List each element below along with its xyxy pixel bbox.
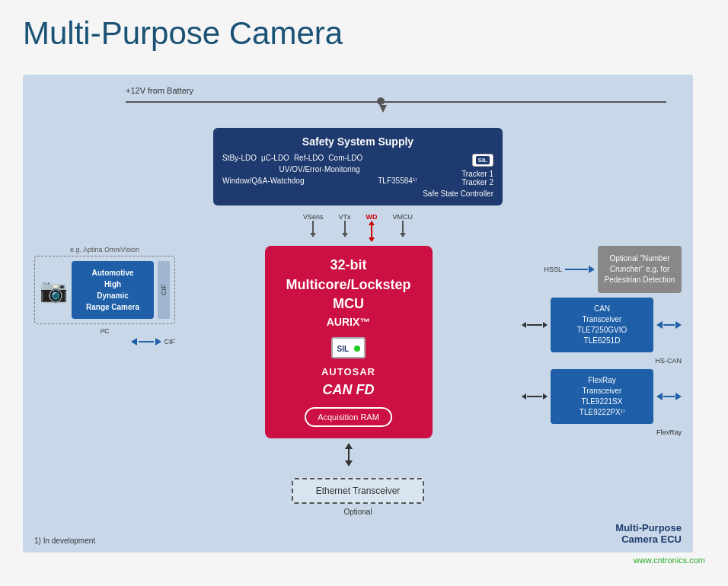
footer-row: 1) In development Multi-Purpose Camera E… (34, 522, 682, 545)
ethernet-section: Ethernet Transceiver Optional (34, 478, 682, 516)
stby-ldo-label: StBy-LDO (222, 154, 257, 162)
tracker2-label: Tracker 2 (461, 178, 493, 186)
wd-label: WD (366, 213, 378, 221)
flexray-line4: TLE9222PX¹⁾ (558, 407, 646, 418)
ethernet-optional-label: Optional (343, 508, 372, 516)
camera-line4: Range Camera (86, 303, 139, 311)
tlf-label: TLF35584¹⁾ (378, 177, 417, 185)
wd-arrow: WD (366, 213, 378, 242)
battery-label: +12V from Battery (126, 86, 193, 95)
safe-state-label: Safe State Controller (423, 189, 493, 198)
vmcu-label: VMCU (393, 213, 413, 221)
hs-can-label: HS-CAN (522, 357, 682, 365)
supply-block: Safety System Supply StBy-LDO µC-LDO Ref… (213, 128, 503, 205)
cif-label: CIF (158, 261, 170, 319)
watchdog-label: Window/Q&A-Watchdog (222, 177, 304, 185)
vsens-label: VSens (303, 213, 324, 221)
mcu-name: MCU (276, 296, 421, 313)
battery-line (126, 101, 666, 103)
camera-line3: Dynamic (97, 291, 129, 300)
mcu-eth-arrow (345, 443, 353, 467)
vsens-arrow: VSens (303, 213, 324, 237)
optional-box: Optional "Number Cruncher" e.g. for Pede… (598, 246, 682, 293)
canfd-label: CAN FD (276, 382, 421, 398)
vtx-arrow: VTx (339, 213, 351, 237)
acquisition-btn[interactable]: Acquisition RAM (305, 407, 392, 427)
camera-line1: Automotive (92, 269, 134, 277)
aptina-label: e.g. Aptina OmniVision (34, 246, 175, 253)
mcu-sil-container: SIL (331, 337, 365, 358)
ref-ldo-label: Ref-LDO (294, 154, 324, 162)
battery-area: +12V from Battery (34, 86, 682, 124)
right-blocks: HSSL Optional "Number Cruncher" e.g. for… (522, 246, 682, 467)
hssl-row: HSSL Optional "Number Cruncher" e.g. for… (522, 246, 682, 293)
supply-ldo-row: StBy-LDO µC-LDO Ref-LDO Com-LDO (222, 154, 417, 162)
right-top-section: HSSL Optional "Number Cruncher" e.g. for… (522, 246, 682, 436)
supply-sil-badge: SIL (472, 154, 493, 167)
tracker1-label: Tracker 1 (461, 170, 493, 178)
flexray-label: FlexRay (522, 428, 682, 436)
vtx-label: VTx (339, 213, 351, 221)
bidir-flexray (656, 393, 682, 400)
supply-sil-text: SIL (476, 156, 490, 164)
watermark: www.cntronics.com (23, 556, 705, 565)
vmcu-arrow: VMCU (393, 213, 413, 237)
can-line3: TLE7250GVIO (558, 325, 646, 336)
camera-mcu-arrows: CIF (34, 338, 175, 346)
can-box: CAN Transceiver TLE7250GVIO TLE6251D (551, 298, 653, 352)
flexray-line3: TLE9221SX (558, 397, 646, 407)
supply-title: Safety System Supply (222, 135, 493, 148)
ecu-label: Multi-Purpose Camera ECU (615, 522, 682, 545)
uc-ldo-label: µC-LDO (261, 154, 289, 162)
ethernet-box: Ethernet Transceiver (292, 478, 425, 504)
hssl-arrow (565, 266, 595, 273)
middle-content: e.g. Aptina OmniVision 📷 Automotive High… (34, 246, 682, 467)
mcu-sil-badge: SIL (331, 337, 365, 358)
page-title: Multi-Purpose Camera (23, 15, 705, 52)
can-row: CAN Transceiver TLE7250GVIO TLE6251D (522, 298, 682, 352)
flexray-line2: Transceiver (558, 386, 646, 397)
battery-arrow-icon (379, 105, 387, 113)
cif-connector-label: CIF (164, 338, 176, 346)
camera-area: e.g. Aptina OmniVision 📷 Automotive High… (34, 246, 175, 467)
camera-dashed-box: 📷 Automotive High Dynamic Range Camera C… (34, 256, 175, 324)
can-line2: Transceiver (558, 314, 646, 325)
flexray-arrow-left (522, 393, 548, 400)
supply-arrows-container: VSens VTx WD VMCU (34, 213, 682, 242)
mcu-brand: AURIX™ (276, 316, 421, 328)
camera-line2: High (104, 280, 121, 288)
mcu-sil-text: SIL (337, 345, 349, 353)
flexray-line1: FlexRay (558, 375, 646, 386)
uv-ov-label: UV/OV/Error-Monitoring (222, 165, 417, 174)
main-diagram: +12V from Battery Safety System Supply S… (23, 75, 693, 553)
mcu-title: 32-bit (276, 257, 421, 274)
mcu-subtitle: Multicore/Lockstep (276, 277, 421, 294)
mcu-block: 32-bit Multicore/Lockstep MCU AURIX™ SIL… (265, 246, 433, 438)
com-ldo-label: Com-LDO (328, 154, 362, 162)
i2c-label: I²C (34, 327, 175, 335)
mcu-outer: 32-bit Multicore/Lockstep MCU AURIX™ SIL… (181, 246, 516, 467)
mcu-sil-dot (354, 346, 360, 352)
can-arrow-left (522, 322, 548, 328)
can-line1: CAN (558, 304, 646, 314)
flexray-box: FlexRay Transceiver TLE9221SX TLE9222PX¹… (551, 369, 653, 424)
camera-icon: 📷 (40, 277, 68, 304)
hssl-label: HSSL (544, 266, 562, 273)
camera-blue-block: Automotive High Dynamic Range Camera (72, 261, 154, 319)
battery-dot (377, 97, 385, 105)
autosar-label: AUTOSAR (276, 366, 421, 377)
bidir-can (656, 321, 682, 329)
flexray-row: FlexRay Transceiver TLE9221SX TLE9222PX¹… (522, 369, 682, 424)
dev-note: 1) In development (34, 537, 95, 545)
can-right-arrows (656, 321, 682, 329)
can-line4: TLE6251D (558, 336, 646, 346)
